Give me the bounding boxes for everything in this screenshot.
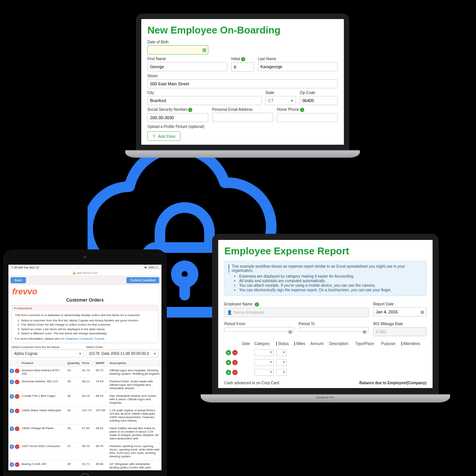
first-name-input[interactable] bbox=[147, 62, 227, 71]
add-row-button[interactable]: + bbox=[10, 462, 14, 467]
email-input[interactable] bbox=[212, 113, 273, 122]
add-row-button[interactable]: + bbox=[226, 350, 231, 355]
ssn-input[interactable] bbox=[147, 113, 208, 122]
remove-row-button[interactable]: − bbox=[15, 369, 19, 373]
frevvo-logo: frevvo bbox=[8, 285, 161, 297]
select-customer-label: Select Customer from the list below bbox=[11, 345, 84, 349]
home-phone-input[interactable] bbox=[277, 113, 338, 122]
instructions-intro: This form connects to a database to dyna… bbox=[15, 313, 155, 317]
info-bullet: You can electronically sign the expense … bbox=[239, 288, 422, 292]
cash-advanced-label: Cash advanced or on Corp Card bbox=[224, 381, 279, 385]
add-row-button[interactable]: + bbox=[10, 444, 14, 449]
tutorial-link[interactable]: the Database Connector Tutorial bbox=[61, 337, 104, 340]
instructions-header[interactable]: ▾ Instructions bbox=[12, 305, 158, 311]
period-from-label: Period From bbox=[224, 322, 294, 326]
status-select[interactable] bbox=[276, 359, 287, 366]
category-select[interactable] bbox=[254, 359, 274, 366]
employee-name-input[interactable]: 👤Demo Employee bbox=[224, 308, 369, 317]
instruction-step: The Select Order list will change to ref… bbox=[21, 323, 155, 327]
street-input[interactable] bbox=[147, 79, 338, 88]
add-row-button[interactable]: + bbox=[226, 370, 231, 375]
orders-table: ProductQuantityPriceMSRPDescription+−Ame… bbox=[8, 360, 161, 470]
tablet-device: 7:35 AM Tue Nov 12⇆20% ▢ 🔒 app.frevvo.co… bbox=[3, 249, 167, 476]
remove-row-button[interactable]: − bbox=[232, 370, 238, 375]
zip-label: Zip Code bbox=[300, 91, 338, 95]
laptop-base bbox=[125, 150, 360, 158]
ssn-label: Social Security Number bbox=[147, 107, 187, 112]
page-title: Customer Orders bbox=[8, 297, 161, 303]
remove-row-button[interactable]: − bbox=[15, 444, 19, 449]
info-bullet: Expenses are displayed by category makin… bbox=[239, 274, 422, 278]
tablet-camera bbox=[84, 256, 86, 259]
report-date-input[interactable]: Jan 4, 2016▦ bbox=[373, 307, 426, 316]
period-from-input[interactable]: ▦ bbox=[224, 327, 294, 332]
email-label: Personal Email Address bbox=[212, 107, 273, 112]
upload-label: Upload a Profile Picture (optional) bbox=[147, 125, 338, 129]
irs-input[interactable]: 0.565 bbox=[373, 327, 426, 336]
status-bar: 7:35 AM Tue Nov 12⇆20% ▢ bbox=[8, 265, 161, 270]
irs-label: IRS Mileage Rate bbox=[373, 322, 426, 326]
home-button[interactable] bbox=[79, 473, 91, 476]
calendar-icon: ▦ bbox=[288, 329, 292, 334]
select-order-label: Select Order bbox=[86, 345, 158, 349]
category-select[interactable] bbox=[254, 349, 274, 356]
report-date-label: Report Date bbox=[373, 302, 426, 306]
onboarding-laptop: New Employee On-Boarding Date of Birth ▦… bbox=[136, 14, 349, 158]
category-select[interactable] bbox=[254, 369, 274, 376]
remove-row-button[interactable]: − bbox=[15, 409, 19, 413]
add-row-button[interactable]: + bbox=[10, 426, 14, 431]
add-files-button[interactable]: ⇧Add Files bbox=[147, 131, 180, 141]
dob-label: Date of Birth bbox=[147, 40, 338, 44]
info-icon: i bbox=[188, 108, 192, 112]
table-row: +−1900s Vintage Bi-Plane3467.8268.51Hand… bbox=[8, 425, 161, 442]
table-row: +−1980s Black Hawk Helicopter42127.73157… bbox=[8, 407, 161, 425]
remove-row-button[interactable]: − bbox=[15, 426, 19, 431]
last-name-label: Last Name bbox=[258, 57, 338, 61]
add-row-button[interactable]: + bbox=[10, 380, 14, 384]
info-box: iThis example workflow shows an expense … bbox=[224, 261, 426, 296]
instruction-step: Select an order. Line items will be disp… bbox=[21, 327, 155, 331]
street-label: Street bbox=[147, 74, 338, 78]
person-icon: 👤 bbox=[227, 310, 232, 315]
remove-row-button[interactable]: − bbox=[232, 350, 238, 355]
remove-row-button[interactable]: − bbox=[15, 380, 19, 384]
dob-input[interactable] bbox=[147, 45, 208, 54]
first-name-label: First Name bbox=[147, 57, 227, 61]
table-row: +− bbox=[225, 368, 426, 377]
expense-title: Employee Expense Report bbox=[224, 245, 426, 257]
add-row-button[interactable]: + bbox=[10, 369, 14, 373]
upload-icon: ⇧ bbox=[152, 134, 156, 139]
initial-input[interactable] bbox=[231, 62, 254, 72]
home-phone-label: Home Phone bbox=[277, 107, 299, 112]
remove-row-button[interactable]: − bbox=[15, 394, 19, 399]
back-button[interactable]: Back bbox=[11, 277, 26, 283]
info-icon: i bbox=[241, 57, 245, 61]
info-icon: i bbox=[255, 302, 259, 307]
remove-row-button[interactable]: − bbox=[15, 462, 19, 467]
last-name-input[interactable] bbox=[258, 62, 338, 71]
calendar-icon[interactable]: ▦ bbox=[202, 47, 206, 53]
status-select[interactable] bbox=[276, 349, 287, 356]
add-row-button[interactable]: + bbox=[10, 394, 14, 399]
onboarding-title: New Employee On-Boarding bbox=[147, 24, 338, 36]
laptop-base: MacBook Pro bbox=[201, 394, 450, 403]
add-row-button[interactable]: + bbox=[10, 409, 14, 413]
submit-button[interactable]: Submit Disabled bbox=[126, 277, 159, 283]
remove-row-button[interactable]: − bbox=[232, 360, 238, 365]
expense-laptop: Employee Expense Report iThis example wo… bbox=[212, 234, 439, 403]
info-icon: i bbox=[300, 108, 304, 112]
period-to-input[interactable]: ▦ bbox=[299, 327, 369, 332]
table-row: +−Boeing X-32A JSF4541.7149.6610" Wingsp… bbox=[8, 460, 161, 470]
table-row: +−American Airlines: MD-11S4568.1174.03P… bbox=[8, 378, 161, 392]
table-row: +− bbox=[225, 358, 426, 367]
calendar-icon: ▦ bbox=[420, 310, 424, 315]
city-input[interactable] bbox=[147, 96, 262, 105]
add-row-button[interactable]: + bbox=[226, 360, 231, 365]
zip-input[interactable] bbox=[300, 96, 338, 105]
status-select[interactable] bbox=[276, 369, 287, 376]
select-order[interactable]: 10178: Date 2003-11-08 00:00:00.0 bbox=[86, 350, 158, 358]
state-select[interactable]: CT▾ bbox=[265, 96, 296, 105]
select-customer[interactable]: Alpha Cognac bbox=[11, 350, 84, 358]
table-row: +− bbox=[225, 348, 426, 357]
onboarding-form: New Employee On-Boarding Date of Birth ▦… bbox=[136, 14, 349, 150]
